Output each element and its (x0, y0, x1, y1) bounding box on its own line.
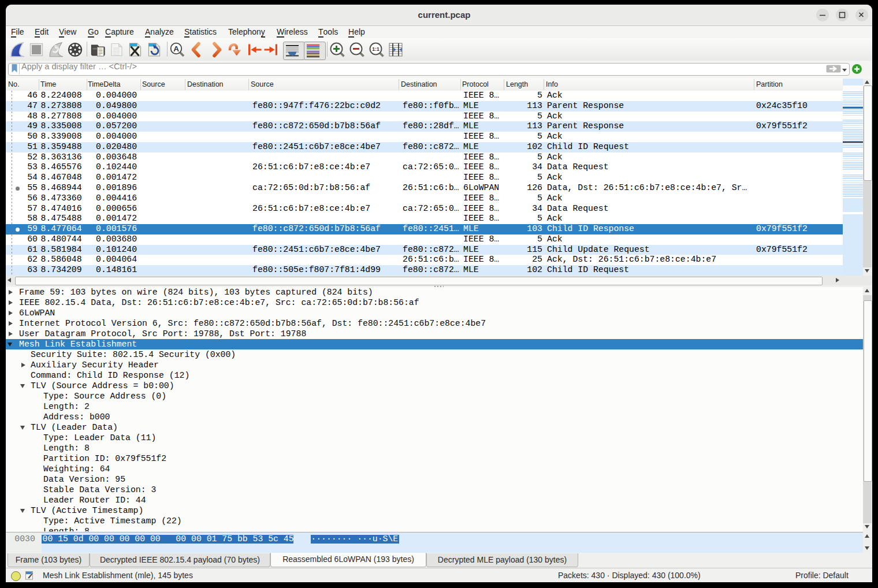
svg-text:A: A (173, 44, 179, 53)
svg-text:0111: 0111 (113, 53, 120, 56)
svg-text:1:1: 1:1 (372, 46, 380, 52)
